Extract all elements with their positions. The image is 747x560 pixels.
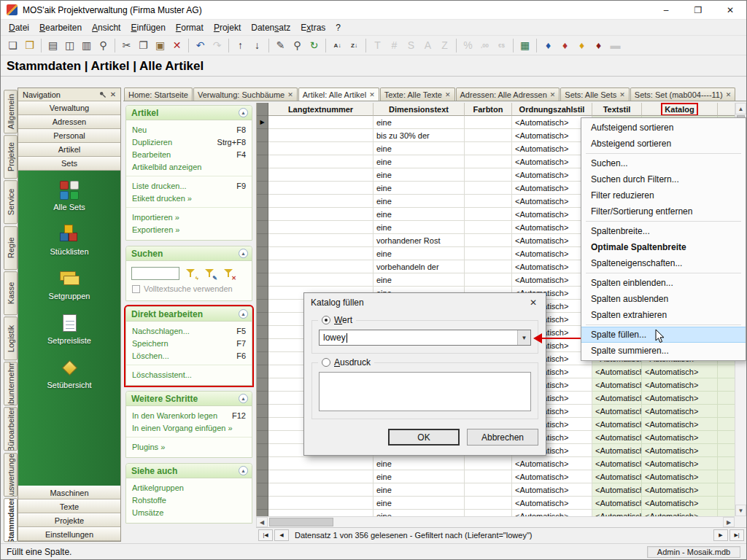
- column-header-bildname[interactable]: Bildname: [718, 103, 735, 116]
- horizontal-scrollbar[interactable]: ◀ ▶: [256, 516, 735, 527]
- side-tab-subunternehmer[interactable]: Subunternehmer: [4, 362, 18, 405]
- scroll-right-icon[interactable]: ▶: [723, 517, 735, 527]
- collapse-icon[interactable]: ▲: [239, 249, 248, 258]
- undo-icon[interactable]: ↶: [192, 37, 209, 54]
- fulltext-checkbox[interactable]: [132, 285, 140, 293]
- row-selector[interactable]: [257, 405, 268, 418]
- task-section-header[interactable]: Direkt bearbeiten▲: [126, 307, 252, 322]
- side-tab-regie[interactable]: Regie: [4, 226, 18, 270]
- row-selector[interactable]: [257, 313, 268, 326]
- cell-farbton[interactable]: [465, 168, 512, 182]
- row-selector[interactable]: [257, 352, 268, 365]
- cell-langtextnummer[interactable]: [268, 155, 374, 168]
- menu-ansicht[interactable]: Ansicht: [87, 21, 125, 34]
- tab-close-icon[interactable]: ✕: [369, 91, 375, 98]
- row-selector[interactable]: [257, 155, 268, 168]
- column-header-langtextnummer[interactable]: Langtextnummer: [268, 103, 374, 116]
- cell-dimensionstext[interactable]: eine: [374, 208, 465, 221]
- row-selector[interactable]: [257, 483, 268, 497]
- cell-langtextnummer[interactable]: [268, 234, 374, 247]
- row-selector[interactable]: [257, 208, 268, 221]
- nav-button-verwaltung[interactable]: Verwaltung: [18, 101, 120, 115]
- context-menu-item-optimale-spaltenbreite[interactable]: Optimale Spaltenbreite: [581, 239, 746, 255]
- nav-button-artikel[interactable]: Artikel: [18, 143, 120, 157]
- scroll-down-icon[interactable]: ▼: [735, 505, 746, 516]
- task-section-header[interactable]: Artikel▲: [126, 106, 252, 120]
- tab-close-icon[interactable]: ✕: [619, 91, 625, 98]
- nav-item-setpreisliste[interactable]: Setpreisliste: [18, 313, 120, 345]
- side-tab-service[interactable]: Service: [4, 180, 18, 224]
- menu-bearbeiten[interactable]: Bearbeiten: [34, 21, 87, 34]
- cell-bildname[interactable]: [718, 405, 735, 418]
- collapse-icon[interactable]: ▲: [239, 394, 248, 403]
- task-item-artikelbild-anzeigen[interactable]: Artikelbild anzeigen: [126, 160, 252, 173]
- cell-langtextnummer[interactable]: [268, 182, 374, 195]
- cell-textstil[interactable]: <Automatisch>: [592, 444, 642, 457]
- cell-langtextnummer[interactable]: [268, 195, 374, 208]
- task-item-in-einen-vorgang-einfugen[interactable]: In einen Vorgang einfügen »: [126, 421, 252, 434]
- wert-radio[interactable]: [322, 316, 330, 324]
- side-tab-kasse[interactable]: Kasse: [4, 271, 18, 315]
- cell-katalog[interactable]: <Automatisch>: [642, 378, 718, 392]
- sort-ascending-icon[interactable]: A↓: [329, 37, 346, 54]
- tab-artikel-alle-artikel[interactable]: Artikel: Alle Artikel✕: [298, 88, 379, 101]
- nav-button-sets[interactable]: Sets: [18, 157, 120, 171]
- value-combobox[interactable]: lowey ▼: [319, 330, 531, 346]
- scroll-left-icon[interactable]: ◀: [256, 517, 268, 527]
- cell-langtextnummer[interactable]: [268, 208, 374, 221]
- row-selector[interactable]: [257, 260, 268, 273]
- cell-langtextnummer[interactable]: [268, 497, 374, 510]
- cell-langtextnummer[interactable]: [268, 247, 374, 260]
- tab-close-icon[interactable]: ✕: [726, 91, 732, 98]
- close-button[interactable]: ✕: [714, 1, 746, 19]
- module-sets-icon[interactable]: ♦: [590, 37, 607, 54]
- nav-item-setubersicht[interactable]: Setübersicht: [18, 357, 120, 389]
- task-item-neu[interactable]: NeuF8: [126, 123, 252, 136]
- row-selector[interactable]: [257, 273, 268, 287]
- ok-button[interactable]: OK: [388, 429, 460, 446]
- task-item-loschen[interactable]: Löschen...F6: [126, 349, 252, 362]
- cell-dimensionstext[interactable]: eine: [374, 155, 465, 168]
- delete-icon[interactable]: ✕: [169, 37, 185, 54]
- cell-langtextnummer[interactable]: [268, 273, 374, 287]
- cut-icon[interactable]: ✂: [118, 37, 135, 54]
- task-item-umsatze[interactable]: Umsätze: [126, 506, 252, 518]
- collapse-icon[interactable]: ▲: [239, 309, 248, 319]
- expression-textarea[interactable]: [319, 372, 531, 411]
- cell-ordnungszahlstil[interactable]: <Automatisch>: [512, 470, 592, 483]
- edit-filter-icon[interactable]: ✎: [201, 266, 217, 280]
- row-selector[interactable]: [257, 287, 268, 300]
- row-selector[interactable]: [257, 457, 268, 470]
- scroll-up-icon[interactable]: ▲: [735, 103, 746, 114]
- cell-dimensionstext[interactable]: eine: [374, 168, 465, 182]
- cell-ordnungszahlstil[interactable]: <Automatisch>: [512, 497, 592, 510]
- cell-langtextnummer[interactable]: [268, 168, 374, 182]
- cell-langtextnummer[interactable]: [268, 510, 374, 516]
- cell-dimensionstext[interactable]: vorbehandeln der: [374, 260, 465, 273]
- row-selector[interactable]: ▶: [257, 116, 268, 129]
- next-record-button[interactable]: ▶: [713, 529, 728, 541]
- task-item-speichern[interactable]: SpeichernF7: [126, 337, 252, 349]
- module-projekte-icon[interactable]: ♦: [557, 37, 573, 54]
- new-icon[interactable]: ❏: [4, 37, 21, 54]
- tab-sets-alle-sets[interactable]: Sets: Alle Sets✕: [560, 88, 629, 101]
- cell-langtextnummer[interactable]: [268, 129, 374, 142]
- cell-textstil[interactable]: <Automatisch>: [592, 497, 642, 510]
- nav-item-alle-sets[interactable]: Alle Sets: [18, 181, 120, 211]
- row-selector[interactable]: [257, 234, 268, 247]
- cell-bildname[interactable]: [718, 392, 735, 405]
- tab-adressen-alle-adressen[interactable]: Adressen: Alle Adressen✕: [456, 88, 560, 101]
- task-item-loschassistent[interactable]: Löschassistent...: [126, 368, 252, 381]
- cell-langtextnummer[interactable]: [268, 483, 374, 497]
- cell-dimensionstext[interactable]: eine: [374, 142, 465, 155]
- menu-einfugen[interactable]: Einfügen: [125, 21, 170, 34]
- row-selector[interactable]: [257, 470, 268, 483]
- row-selector[interactable]: [257, 326, 268, 339]
- module-adressen-icon[interactable]: ♦: [540, 37, 557, 54]
- cell-bildname[interactable]: [718, 444, 735, 457]
- cancel-button[interactable]: Abbrechen: [467, 429, 538, 446]
- menu-datei[interactable]: Datei: [4, 21, 34, 34]
- minimize-button[interactable]: –: [650, 1, 682, 19]
- cell-katalog[interactable]: <Automatisch>: [642, 392, 718, 405]
- side-tab-allgemein[interactable]: Allgemein: [4, 90, 18, 133]
